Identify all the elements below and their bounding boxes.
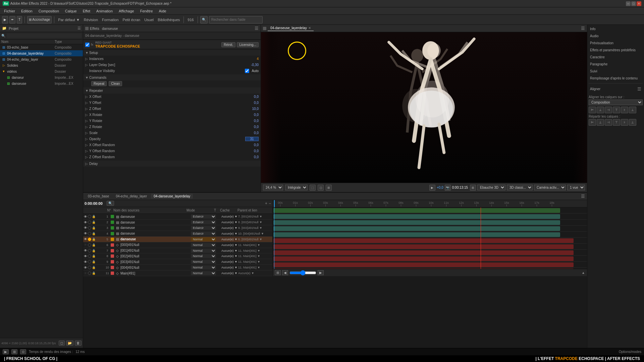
expand-x-rotate[interactable]: ▷ <box>85 113 89 117</box>
layer-row-5[interactable]: 👁 🔒 5 ▤ danseuse Normal Aucun(e) ▼ 6. [0… <box>83 237 272 242</box>
layer-mode-select[interactable]: Normal <box>191 260 216 264</box>
timeline-zoom-out[interactable]: − <box>269 201 271 206</box>
dist-center-h-btn[interactable]: ⊥ <box>597 119 604 126</box>
menu-calque[interactable]: Calque <box>62 8 79 14</box>
project-item-echo-base[interactable]: ▤ 03-echo_base Compositio <box>0 44 83 50</box>
delete-button[interactable]: 🗑 <box>75 341 82 346</box>
camera-btn[interactable]: 📷 <box>445 185 451 191</box>
layer-name[interactable]: [001]491Null <box>120 249 191 252</box>
eye-icon[interactable]: 👁 <box>84 232 87 235</box>
right-panel-effects-presets[interactable]: Effets et paramètres prédéfinis <box>589 47 643 53</box>
align-center-v-btn[interactable]: ⊦ <box>621 107 628 113</box>
track-8[interactable] <box>273 250 587 256</box>
tl-footer-btn4[interactable]: ▲ <box>582 271 585 275</box>
tl-footer-btn3[interactable]: ▶ <box>318 270 324 275</box>
lock-icon[interactable]: 🔒 <box>92 243 96 247</box>
workspace-par-defaut[interactable]: Par défaut ▼ <box>57 18 81 22</box>
layer-row-9[interactable]: 👁 🔒 9 ◇ [003]491Null Normal Aucun(e) ▼ 1… <box>83 259 272 265</box>
camera-select[interactable]: Caméra activ... <box>534 185 566 190</box>
ruler-playhead[interactable] <box>274 200 275 207</box>
project-panel-menu[interactable]: ☰ <box>77 26 81 31</box>
project-item-delay-layer[interactable]: ▤ 04-echo_delay_layer Compositio <box>0 56 83 62</box>
expand-x-offset[interactable]: ▷ <box>85 95 89 99</box>
workspace-revision[interactable]: Révision <box>83 18 99 22</box>
y-rand-value[interactable]: 0,0 <box>242 149 259 153</box>
solo-icon[interactable] <box>88 232 91 235</box>
new-composition-button[interactable]: ◻ <box>59 341 65 346</box>
lock-icon[interactable]: 🔒 <box>92 215 96 218</box>
timeline-ruler[interactable]: 00s 01s 02s 03s 04s 05s 06s 07s 08s 09s … <box>273 200 587 207</box>
solo-icon[interactable] <box>88 238 91 241</box>
align-menu-btn[interactable]: ☰ <box>637 86 641 92</box>
lock-icon[interactable]: 🔒 <box>92 249 96 252</box>
layer-mode-select[interactable]: Normal <box>191 265 216 269</box>
layer-name[interactable]: [004]491Null <box>120 266 191 269</box>
align-top-btn[interactable]: ⊤ <box>613 107 620 113</box>
toggle-masks-btn[interactable]: ◻ <box>318 185 324 191</box>
layer-row-8[interactable]: 👁 🔒 8 ◇ [002]491Null Normal Aucun(e) ▼ 1… <box>83 253 272 259</box>
layer-name[interactable]: danseuse <box>120 215 191 219</box>
workspace-bibliotheques[interactable]: Bibliothèques <box>156 18 181 22</box>
fx-licensing-button[interactable]: Licensing... <box>237 42 259 47</box>
menu-animation[interactable]: Animation <box>94 8 115 14</box>
track-3[interactable] <box>273 220 587 226</box>
expand-z-rotate[interactable]: ▷ <box>85 125 89 129</box>
expand-z-rand[interactable]: ▷ <box>85 155 89 159</box>
lock-icon[interactable]: 🔒 <box>92 266 96 269</box>
tl-footer-btn1[interactable]: ⊞ <box>275 270 281 275</box>
eye-icon[interactable]: 👁 <box>84 221 87 224</box>
expand-y-offset[interactable]: ▷ <box>85 101 89 105</box>
lock-icon[interactable]: 🔒 <box>92 254 96 258</box>
view-select[interactable]: 1 vue <box>567 185 585 190</box>
x-rand-value[interactable]: 0,0 <box>242 143 259 147</box>
timeline-zoom-in[interactable]: + <box>265 201 267 206</box>
lock-icon[interactable]: 🔒 <box>92 260 96 263</box>
layer-mode-select[interactable]: Normal <box>191 243 216 247</box>
eye-icon[interactable]: 👁 <box>84 260 87 264</box>
z-offset-value[interactable]: 10,0 <box>242 107 259 111</box>
composition-viewer[interactable] <box>261 32 587 183</box>
right-panel-track[interactable]: Suivi <box>589 68 643 74</box>
tl-footer-btn2[interactable]: ◀ <box>282 270 288 275</box>
dist-left-btn[interactable]: ⊢ <box>589 119 596 126</box>
menu-fenetre[interactable]: Fenêtre <box>138 8 156 14</box>
layer-name[interactable]: danseuse <box>120 226 191 230</box>
layer-mode-select[interactable]: Eclaircir <box>191 215 216 219</box>
mode-select[interactable]: 3D classi... <box>507 185 533 190</box>
track-7[interactable] <box>273 244 587 250</box>
layer-row-2[interactable]: 👁 🔒 2 ▤ danseuse Eclaircir Aucun(e) ▼ 8.… <box>83 220 272 225</box>
solo-icon[interactable] <box>88 260 91 263</box>
comp-tab-close[interactable]: ✕ <box>308 26 311 30</box>
eye-icon[interactable]: 👁 <box>84 243 87 247</box>
project-item-danseuse[interactable]: ▤ danseuse Importe...EX <box>0 80 83 86</box>
align-target-select[interactable]: Composition <box>589 100 643 105</box>
fx-enable-checkbox[interactable] <box>85 43 90 47</box>
layer-delay-value[interactable]: -0,30 <box>242 63 259 67</box>
playback-btn[interactable]: ▶ <box>429 185 435 191</box>
search-input[interactable] <box>209 16 263 23</box>
right-panel-info[interactable]: Info <box>589 26 643 32</box>
timeline-zoom-slider[interactable] <box>289 270 316 276</box>
eye-icon[interactable]: 👁 <box>84 272 87 275</box>
close-button[interactable]: ✕ <box>637 1 641 6</box>
toolbar-select[interactable]: ▶ <box>2 16 8 23</box>
quality-select[interactable]: Intégrale <box>285 185 308 190</box>
timeline-tab-layerdelay[interactable]: 04-danseuse_layerdelay <box>151 194 193 199</box>
project-item-solides[interactable]: ▷ Solides Dossier <box>0 62 83 68</box>
layer-row-6[interactable]: 👁 🔒 6 ◇ [000]491Null Normal Aucun(e) ▼ 1… <box>83 242 272 248</box>
x-rotate-value[interactable]: 0,0 <box>242 113 259 117</box>
fx-repeater-header[interactable]: ▼ Repeater <box>83 87 261 94</box>
timeline-track-body[interactable] <box>273 207 587 269</box>
fx-delay-header[interactable]: ▷ Delay <box>83 161 261 167</box>
track-6[interactable] <box>273 238 587 244</box>
menu-affichage[interactable]: Affichage <box>116 8 137 14</box>
expand-y-rotate[interactable]: ▷ <box>85 119 89 123</box>
expand-y-rand[interactable]: ▷ <box>85 149 89 153</box>
dist-right-btn[interactable]: ⊣ <box>605 119 612 126</box>
comp-tab-main[interactable]: 04-danseuse_layerdelay ✕ <box>268 25 314 31</box>
eye-icon[interactable]: 👁 <box>84 266 87 269</box>
toggle-guides-btn[interactable]: ⊞ <box>326 185 332 191</box>
workspace-usuel[interactable]: Usuel <box>143 18 155 22</box>
right-panel-preview[interactable]: Prévisualisation <box>589 40 643 46</box>
track-2[interactable] <box>273 214 587 220</box>
